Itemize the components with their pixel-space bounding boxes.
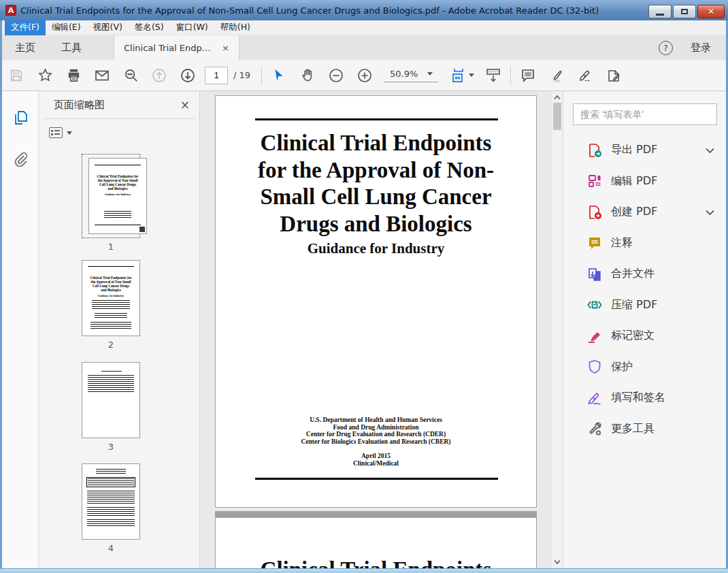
tool-edit-pdf[interactable]: 编辑 PDF: [563, 166, 727, 197]
chevron-down-icon: [67, 131, 72, 135]
panel-close-icon[interactable]: ×: [180, 98, 190, 112]
scroll-up-icon[interactable]: [554, 95, 561, 100]
star-button[interactable]: [31, 63, 59, 88]
tab-document[interactable]: Clinical Trial Endpoi... ×: [114, 35, 239, 60]
document-scrollbar[interactable]: [550, 91, 562, 568]
save-button[interactable]: [2, 63, 31, 88]
thumbnail-page-1[interactable]: Clinical Trial Endpoints for the Approva…: [82, 154, 140, 252]
highlight-tool-button[interactable]: [542, 63, 571, 88]
arrow-up-circle-icon: [151, 67, 167, 84]
print-button[interactable]: [59, 63, 88, 88]
thumb1-subtitle: Guidance for Industry: [95, 193, 140, 196]
thumbnail-page-3[interactable]: 3: [82, 362, 140, 452]
page-thumbnails-rail-button[interactable]: [12, 109, 30, 129]
minus-circle-icon: [328, 67, 344, 84]
thumbnail-page-number: 3: [82, 442, 140, 452]
fill-sign-tool-button[interactable]: [571, 63, 599, 88]
attachments-rail-button[interactable]: [12, 151, 29, 170]
zoom-level-value: 50.9%: [390, 69, 418, 79]
star-icon: [37, 67, 53, 83]
menu-edit[interactable]: 编辑(E): [46, 20, 87, 35]
question-icon: ?: [663, 43, 668, 53]
tab-close-icon[interactable]: ×: [222, 43, 229, 53]
pdf-page-1: Clinical Trial Endpoints for the Approva…: [215, 95, 537, 508]
tool-protect[interactable]: 保护: [563, 352, 727, 383]
document-pen-icon: [606, 67, 622, 84]
document-tab-label: Clinical Trial Endpoi...: [124, 43, 215, 53]
page-scrolling-button[interactable]: [479, 63, 508, 88]
menu-window[interactable]: 窗口(W): [170, 20, 214, 35]
email-button[interactable]: [88, 63, 116, 88]
tool-label: 标记密文: [611, 329, 655, 343]
page-thumbnails-icon: [12, 109, 30, 127]
list-options-icon: [49, 127, 63, 138]
tab-tools[interactable]: 工具: [48, 35, 95, 60]
combine-files-icon: [586, 266, 603, 282]
work-area: 页面缩略图 × Clinical Trial Endpoints for the…: [2, 91, 726, 568]
menu-view[interactable]: 视图(V): [87, 20, 129, 35]
chevron-down-icon: [427, 72, 433, 76]
tool-more-tools[interactable]: 更多工具: [563, 414, 727, 445]
comment-tool-button[interactable]: [514, 63, 542, 88]
navigation-rail: [2, 91, 39, 568]
select-tool-button[interactable]: [265, 63, 293, 88]
tool-label: 编辑 PDF: [611, 174, 657, 189]
shield-icon: [586, 359, 603, 375]
scroll-down-icon[interactable]: [554, 559, 561, 565]
hand-tool-button[interactable]: [293, 63, 322, 88]
thumbnail-options-button[interactable]: [49, 127, 72, 138]
tool-compress-pdf[interactable]: 压缩 PDF: [563, 290, 727, 321]
tool-label: 更多工具: [611, 422, 655, 436]
menu-sign[interactable]: 签名(S): [129, 20, 170, 35]
maximize-button[interactable]: [673, 5, 696, 18]
search-tools-input[interactable]: [573, 103, 717, 125]
thumbnail-page-2[interactable]: Clinical Trial Endpoints for the Approva…: [82, 260, 140, 350]
pdf-page-2: Clinical Trial Endpoints: [215, 517, 537, 568]
close-icon: ✕: [708, 7, 714, 16]
fit-width-icon: [449, 67, 467, 84]
stamp-tool-button[interactable]: [599, 63, 628, 88]
title-rule-top: [255, 118, 498, 120]
thumbnail-page-number: 4: [82, 543, 140, 553]
arrow-down-circle-icon: [180, 67, 196, 84]
cursor-icon: [271, 68, 286, 83]
tool-export-pdf[interactable]: 导出 PDF: [563, 135, 727, 166]
maximize-icon: [681, 9, 688, 14]
page-total-label: / 19: [228, 70, 259, 80]
thumbnail-page-4[interactable]: 4: [82, 463, 140, 553]
zoom-out-button[interactable]: [322, 63, 350, 88]
window-title: Clinical Trial Endpoints for the Approva…: [20, 5, 599, 16]
tool-combine-files[interactable]: 合并文件: [563, 259, 727, 290]
tool-comment[interactable]: 注释: [563, 228, 727, 259]
search-button[interactable]: [116, 63, 145, 88]
help-button[interactable]: ?: [659, 41, 673, 55]
page-number-input[interactable]: [205, 67, 228, 84]
agency-block: U.S. Department of Health and Human Serv…: [216, 416, 536, 446]
next-page-button[interactable]: [173, 63, 202, 88]
thumb1-marker: [139, 227, 145, 232]
fit-width-button[interactable]: [444, 63, 479, 88]
tool-fill-sign[interactable]: 填写和签名: [563, 382, 727, 414]
tool-redact[interactable]: 标记密文: [563, 321, 727, 352]
login-button[interactable]: 登录: [691, 42, 711, 54]
create-pdf-icon: [586, 204, 603, 220]
tool-label: 导出 PDF: [611, 143, 657, 157]
redact-marker-icon: [586, 328, 603, 344]
menu-help[interactable]: 帮助(H): [214, 20, 257, 35]
tool-create-pdf[interactable]: 创建 PDF: [563, 197, 727, 228]
scrollbar-thumb[interactable]: [553, 103, 561, 130]
close-button[interactable]: ✕: [697, 5, 725, 18]
edit-pdf-icon: [586, 173, 603, 189]
tool-label: 合并文件: [611, 267, 655, 281]
document-title: Clinical Trial Endpoints for the Approva…: [216, 130, 536, 238]
thumb1-title: Clinical Trial Endpoints for the Approva…: [93, 169, 142, 191]
zoom-in-button[interactable]: [350, 63, 379, 88]
minimize-button[interactable]: [648, 5, 672, 18]
menu-file[interactable]: 文件(F): [5, 20, 46, 35]
thumb2-title: Clinical Trial Endpoints for the Approva…: [86, 270, 135, 293]
zoom-level-dropdown[interactable]: 50.9%: [384, 69, 438, 82]
comment-bubble-icon: [586, 235, 603, 251]
document-viewer[interactable]: Clinical Trial Endpoints for the Approva…: [201, 91, 550, 568]
previous-page-button[interactable]: [145, 63, 173, 88]
tab-home[interactable]: 主页: [2, 35, 48, 60]
